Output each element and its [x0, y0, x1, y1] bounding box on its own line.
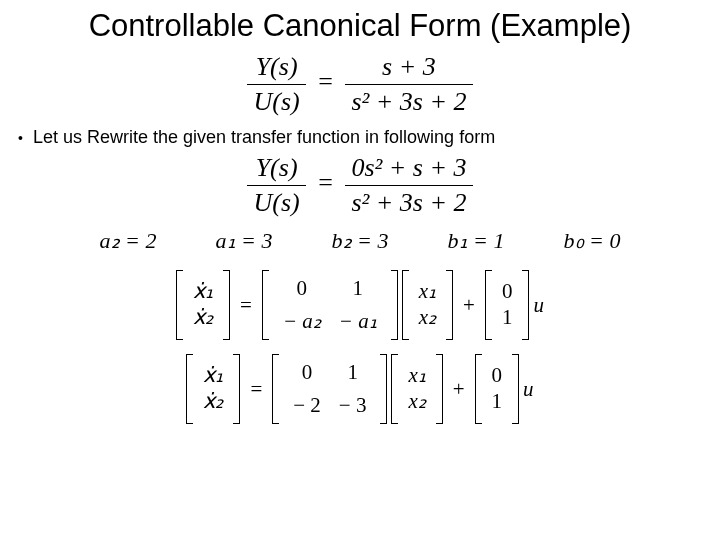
- x1: x₁: [419, 279, 436, 304]
- x-vector-2: x₁ x₂: [402, 359, 431, 419]
- x2-2: x₂: [408, 389, 425, 414]
- tf1-rhs-den: s² + 3s + 2: [351, 87, 466, 116]
- equals-sign: =: [312, 67, 339, 96]
- A12: 1: [339, 276, 377, 301]
- tf2-lhs-num: Y(s): [256, 153, 298, 182]
- xdot-vector-2: ẋ₁ ẋ₂: [197, 359, 229, 419]
- x2-dot: ẋ₂: [193, 305, 213, 330]
- coeff-b2: b₂ = 3: [332, 228, 389, 254]
- tf2-rhs-den: s² + 3s + 2: [351, 188, 466, 217]
- x1-dot-2: ẋ₁: [203, 363, 223, 388]
- A11: 0: [283, 276, 321, 301]
- x2-dot-2: ẋ₂: [203, 389, 223, 414]
- transfer-function-rewritten: Y(s) U(s) = 0s² + s + 3 s² + 3s + 2: [0, 153, 720, 218]
- B2: 1: [502, 305, 513, 330]
- plus-2: +: [447, 377, 471, 402]
- An21: − 2: [293, 393, 321, 418]
- A-matrix-symbolic: 0 1 − a₂ − a₁: [273, 270, 387, 340]
- slide-controllable-canonical-form: Controllable Canonical Form (Example) Y(…: [0, 0, 720, 540]
- coeff-b1: b₁ = 1: [448, 228, 505, 254]
- transfer-function-original: Y(s) U(s) = s + 3 s² + 3s + 2: [0, 52, 720, 117]
- tf2-rhs-num: 0s² + s + 3: [351, 153, 466, 182]
- coeff-a2: a₂ = 2: [100, 228, 157, 254]
- x1-2: x₁: [408, 363, 425, 388]
- Bn1: 0: [492, 363, 503, 388]
- coeff-a1: a₁ = 3: [216, 228, 273, 254]
- equals-3: =: [234, 293, 258, 318]
- equals-4: =: [244, 377, 268, 402]
- B1: 0: [502, 279, 513, 304]
- plus-1: +: [457, 293, 481, 318]
- An22: − 3: [339, 393, 367, 418]
- rhs-fraction-2: 0s² + s + 3 s² + 3s + 2: [345, 153, 472, 218]
- B-vector: 0 1: [496, 275, 519, 335]
- x-vector: x₁ x₂: [413, 275, 442, 335]
- A22: − a₁: [339, 309, 377, 334]
- tf1-rhs-num: s + 3: [382, 52, 436, 81]
- input-u-2: u: [523, 377, 534, 402]
- An12: 1: [339, 360, 367, 385]
- A21: − a₂: [283, 309, 321, 334]
- lhs-fraction: Y(s) U(s): [247, 52, 305, 117]
- x1-dot: ẋ₁: [193, 279, 213, 304]
- coeff-b0: b₀ = 0: [564, 228, 621, 254]
- equals-sign-2: =: [312, 168, 339, 197]
- rhs-fraction: s + 3 s² + 3s + 2: [345, 52, 472, 117]
- input-u: u: [533, 293, 544, 318]
- x2: x₂: [419, 305, 436, 330]
- state-equation-numeric: ẋ₁ ẋ₂ = 0 1 − 2 − 3 x₁ x₂ + 0 1 u: [0, 354, 720, 424]
- bullet-icon: •: [18, 127, 23, 149]
- lhs-fraction-2: Y(s) U(s): [247, 153, 305, 218]
- bullet-rewrite-tf: • Let us Rewrite the given transfer func…: [0, 127, 720, 149]
- state-equation-symbolic: ẋ₁ ẋ₂ = 0 1 − a₂ − a₁ x₁ x₂ + 0 1 u: [0, 270, 720, 340]
- bullet-text: Let us Rewrite the given transfer functi…: [33, 127, 495, 148]
- tf1-lhs-den: U(s): [253, 87, 299, 116]
- xdot-vector: ẋ₁ ẋ₂: [187, 275, 219, 335]
- tf2-lhs-den: U(s): [253, 188, 299, 217]
- coefficient-values: a₂ = 2 a₁ = 3 b₂ = 3 b₁ = 1 b₀ = 0: [0, 218, 720, 264]
- tf1-lhs-num: Y(s): [256, 52, 298, 81]
- Bn2: 1: [492, 389, 503, 414]
- An11: 0: [293, 360, 321, 385]
- B-vector-2: 0 1: [486, 359, 509, 419]
- slide-title: Controllable Canonical Form (Example): [0, 0, 720, 50]
- A-matrix-numeric: 0 1 − 2 − 3: [283, 354, 376, 424]
